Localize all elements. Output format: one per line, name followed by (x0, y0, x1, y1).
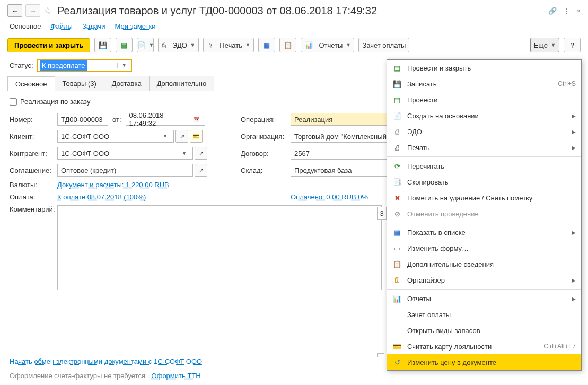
pay-link[interactable]: К оплате 08.07.2018 (100%) (57, 193, 146, 201)
menu-create-based[interactable]: 📄Создать на основании▶ (387, 108, 581, 124)
post-close-button[interactable]: Провести и закрыть (7, 38, 90, 52)
date-input[interactable]: 08.06.2018 17:49:32📅 (126, 113, 205, 126)
contr-open-btn[interactable]: ↗ (195, 147, 207, 160)
comment-label: Комментарий: (10, 205, 57, 213)
contr-input[interactable]: 1С-СОФТ ООО▼ (57, 147, 193, 160)
toolbar: Провести и закрыть 💾 ▤ 📄▼ ⎙ ЭДО▼ 🖨 Печат… (0, 36, 588, 57)
menu-reread[interactable]: ⟳Перечитать (387, 158, 581, 174)
create-based-btn[interactable]: 📄▼ (137, 38, 154, 52)
menu-post[interactable]: ▤Провести (387, 92, 581, 108)
client-label: Клиент: (10, 133, 57, 141)
refresh-icon: ⟳ (392, 161, 402, 171)
curr-label: Валюты: (10, 181, 57, 189)
print-button[interactable]: 🖨 Печать▼ (203, 38, 254, 52)
addinfo-button[interactable]: 📋 (279, 38, 296, 52)
agr-label: Соглашение: (10, 167, 57, 174)
wh-label: Склад: (241, 167, 291, 174)
tab-delivery[interactable]: Доставка (104, 76, 150, 91)
org-input[interactable]: Торговый дом "Комплексный" (291, 130, 400, 143)
subnav-notes[interactable]: Мои заметки (115, 22, 156, 30)
contract-label: Договор: (241, 150, 291, 158)
comment-textarea[interactable] (57, 205, 382, 290)
subnav-main[interactable]: Основное (10, 22, 41, 30)
post-icon: ▤ (392, 95, 402, 104)
close-icon[interactable]: × (576, 7, 581, 15)
menu-copy[interactable]: 📑Скопировать (387, 174, 581, 190)
print-icon: 🖨 (207, 41, 214, 49)
menu-post-close[interactable]: ▤Провести и закрыть (387, 60, 581, 76)
link-icon[interactable]: 🔗 (548, 7, 557, 15)
truncated-field[interactable]: 3 (377, 207, 387, 220)
edo-start-link[interactable]: Начать обмен электронными документами с … (10, 357, 202, 365)
menu-offset[interactable]: Зачет оплаты (387, 307, 581, 322)
menu-open-stock[interactable]: Открыть виды запасов (387, 322, 581, 338)
by-order-checkbox[interactable] (10, 98, 17, 106)
chevron-right-icon: ▶ (572, 277, 576, 283)
contract-input[interactable]: 2567 (291, 147, 400, 160)
client-input[interactable]: 1С-СОФТ ООО▼ (57, 130, 174, 143)
list-button[interactable]: ▦ (258, 38, 275, 52)
tab-extra[interactable]: Дополнительно (149, 76, 215, 91)
form-icon: ▭ (392, 243, 402, 253)
menu-mark-delete[interactable]: ✖Пометить на удаление / Снять пометку (387, 190, 581, 206)
addinfo-icon: 📋 (284, 41, 292, 49)
help-button[interactable]: ? (564, 38, 581, 52)
cancel-icon: ⊘ (392, 209, 402, 218)
subnav-files[interactable]: Файлы (51, 22, 73, 30)
operation-input[interactable]: Реализация (291, 113, 400, 126)
client-open-btn[interactable]: ↗ (175, 130, 188, 143)
chevron-down-icon[interactable]: ▼ (160, 134, 170, 139)
info-icon: 📋 (392, 259, 402, 269)
print-icon: 🖨 (392, 143, 402, 152)
menu-save[interactable]: 💾ЗаписатьCtrl+S (387, 76, 581, 92)
reports-button[interactable]: 📊 Отчеты▼ (301, 38, 354, 52)
contr-label: Контрагент: (10, 150, 57, 158)
subnav: Основное Файлы Задачи Мои заметки (0, 19, 588, 36)
agr-input[interactable]: Оптовое (кредит)⋯ (57, 164, 193, 177)
status-input[interactable]: К предоплате ▼ (37, 59, 132, 72)
client-card-btn[interactable]: 💳 (190, 130, 203, 143)
subnav-tasks[interactable]: Задачи (82, 22, 106, 30)
menu-organizer[interactable]: 🗓Органайзер▶ (387, 272, 581, 288)
save-button[interactable]: 💾 (94, 38, 111, 52)
tab-goods[interactable]: Товары (3) (55, 76, 104, 91)
paid-link[interactable]: Оплачено: 0,00 RUB 0% (291, 193, 368, 201)
menu-reports[interactable]: 📊Отчеты▶ (387, 291, 581, 307)
post-button[interactable]: ▤ (116, 38, 133, 52)
menu-add-info[interactable]: 📋Дополнительные сведения (387, 256, 581, 272)
menu-icon[interactable]: ⋮ (563, 7, 570, 15)
reports-icon: 📊 (304, 41, 313, 49)
chevron-down-icon[interactable]: ▼ (179, 151, 189, 156)
list-icon: ▦ (264, 41, 270, 49)
edo-button[interactable]: ⎙ ЭДО▼ (158, 38, 198, 52)
from-label: от: (112, 116, 121, 124)
curr-link[interactable]: Документ и расчеты: 1 220,00 RUB (57, 181, 169, 189)
edo-icon: ⎙ (162, 41, 166, 49)
menu-show-list[interactable]: ▦Показать в списке▶ (387, 224, 581, 240)
wh-input[interactable]: Продуктовая база (291, 164, 400, 177)
forward-button[interactable]: → (25, 4, 40, 17)
menu-change-price[interactable]: ↺Изменить цену в документе (387, 354, 581, 370)
menu-print[interactable]: 🖨Печать▶ (387, 139, 581, 155)
agr-open-btn[interactable]: ↗ (195, 164, 207, 177)
star-icon[interactable]: ☆ (43, 5, 52, 16)
tab-main[interactable]: Основное (7, 76, 55, 91)
more-button[interactable]: Еще▼ (530, 38, 559, 52)
by-order-label: Реализация по заказу (20, 98, 90, 106)
back-button[interactable]: ← (7, 4, 22, 17)
chevron-right-icon: ▶ (572, 113, 576, 119)
post-icon: ▤ (121, 41, 127, 49)
menu-edo[interactable]: ⎙ЭДО▶ (387, 124, 581, 139)
status-dropdown-icon[interactable]: ▼ (117, 63, 131, 68)
menu-change-form[interactable]: ▭Изменить форму… (387, 240, 581, 256)
organizer-icon: 🗓 (392, 275, 402, 285)
reports-icon: 📊 (392, 294, 402, 303)
chevron-right-icon: ▶ (572, 230, 576, 235)
calendar-icon[interactable]: 📅 (191, 117, 201, 122)
number-input[interactable]: ТД00-000003 (57, 113, 108, 126)
menu-cancel-post: ⊘Отменить проведение (387, 206, 581, 222)
oform-ttn-link[interactable]: Оформить ТТН (152, 372, 201, 380)
dots-icon[interactable]: ⋯ (179, 168, 189, 173)
offset-button[interactable]: Зачет оплаты (358, 38, 409, 52)
menu-loyalty[interactable]: 💳Считать карту лояльностиCtrl+Alt+F7 (387, 338, 581, 354)
